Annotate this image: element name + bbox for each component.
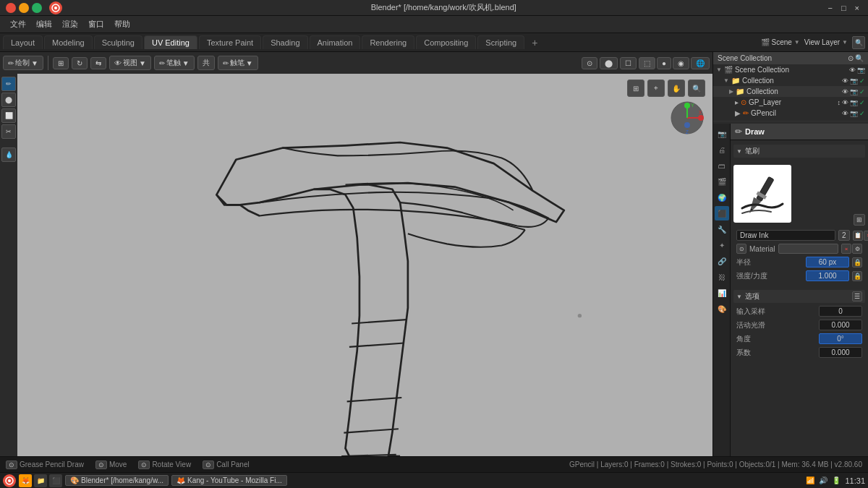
tab-compositing[interactable]: Compositing (416, 35, 476, 49)
outliner-item-collection2[interactable]: ▶ 📁 Collection 👁 📷 ✓ (713, 86, 868, 97)
render-btn[interactable]: 🌐 (691, 57, 710, 69)
coll1-eye-icon[interactable]: 👁 (842, 77, 848, 85)
object-props-icon[interactable]: ⬛ (715, 206, 729, 221)
options-section-toggle[interactable]: ▼ 选项 ☰ (733, 290, 865, 303)
minimize-button[interactable] (19, 3, 29, 13)
brush-save-btn[interactable]: 📋 (853, 231, 863, 241)
firefox-icon[interactable]: 🦊 (19, 474, 32, 487)
viewport-shading[interactable]: ⬤ (600, 57, 618, 69)
modifier-props-icon[interactable]: 🔧 (715, 222, 729, 236)
mode-selector[interactable]: ✏ 绘制 ▼ (3, 56, 43, 70)
stroke-button[interactable]: ✏ 笔触 ▼ (154, 56, 195, 70)
snap-button[interactable]: ⊞ (53, 57, 69, 69)
restore-icon[interactable]: □ (838, 4, 849, 12)
stylus-button[interactable]: ✏ 触笔 ▼ (218, 56, 258, 70)
gplayer-camera-icon[interactable]: 📷 (850, 99, 858, 106)
camera-icon[interactable]: 📷 (857, 67, 865, 74)
tab-animation[interactable]: Animation (310, 35, 361, 49)
tab-texture-paint[interactable]: Texture Paint (199, 35, 261, 49)
radius-lock-btn[interactable]: 🔒 (852, 257, 862, 267)
taskbar-browser-btn[interactable]: 🦊 Kang - YouTube - Mozilla Fi... (171, 475, 287, 486)
terminal-icon[interactable]: ⬛ (49, 474, 62, 487)
eyedropper-tool[interactable]: 💧 (1, 147, 16, 162)
menu-file[interactable]: 文件 (6, 17, 30, 31)
overlay-pie-button[interactable]: ⊙ (582, 57, 597, 69)
coll1-camera-icon[interactable]: 📷 (850, 77, 858, 85)
tab-sculpting[interactable]: Sculpting (94, 35, 142, 49)
search-button[interactable]: 🔍 (852, 36, 865, 49)
menu-render[interactable]: 渲染 (58, 17, 82, 31)
tab-shading[interactable]: Shading (263, 35, 307, 49)
share-button[interactable]: 共 (197, 56, 215, 70)
cut-tool[interactable]: ✂ (1, 124, 16, 139)
brush-preview[interactable] (733, 165, 791, 223)
zoom-nav-btn[interactable]: 🔍 (688, 80, 705, 97)
material-settings-btn[interactable]: ⚙ (852, 244, 862, 254)
brush-section-toggle[interactable]: ▼ 笔刷 (733, 145, 865, 158)
pan-nav-btn[interactable]: ✋ (668, 80, 685, 97)
view-button[interactable]: 👁 视图 ▼ (109, 56, 151, 70)
axis-widget[interactable]: X Y Z (669, 100, 705, 136)
coll2-camera-icon[interactable]: 📷 (850, 88, 858, 95)
rotate-button[interactable]: ↻ (72, 57, 88, 69)
outliner-item-gpencil[interactable]: ▶ ✏ GPencil 👁 📷 ✓ (713, 108, 868, 119)
material-selector[interactable] (778, 244, 838, 254)
render-props-icon[interactable]: 📷 (715, 127, 729, 141)
outliner-item-gplayer[interactable]: ▸ ⊙ GP_Layer ↕ 👁 📷 ✓ (713, 97, 868, 108)
minimize-icon[interactable]: − (825, 4, 835, 12)
tab-scripting[interactable]: Scripting (477, 35, 524, 49)
grid-nav-btn[interactable]: ⊞ (627, 80, 644, 97)
menu-help[interactable]: 帮助 (110, 17, 135, 31)
menu-edit[interactable]: 编辑 (32, 17, 56, 31)
output-props-icon[interactable]: 🖨 (715, 142, 729, 157)
draw-tool[interactable]: ✏ (1, 77, 16, 91)
scene-props-icon[interactable]: 🎬 (715, 174, 729, 189)
tab-rendering[interactable]: Rendering (362, 35, 414, 49)
material-delete-btn[interactable]: × (841, 244, 851, 254)
viewport[interactable]: ✏ 绘制 ▼ ⊞ ↻ ⇆ 👁 视图 ▼ ✏ 笔触 ▼ 共 ✏ (0, 52, 712, 456)
material-props-icon[interactable]: 🎨 (715, 301, 729, 316)
options-list-btn[interactable]: ☰ (852, 291, 862, 301)
material-btn[interactable]: ◉ (673, 57, 689, 69)
coll2-check-icon[interactable]: ✓ (859, 88, 865, 95)
physics-props-icon[interactable]: 🔗 (715, 254, 729, 268)
smooth-value[interactable]: 0.000 (819, 320, 862, 330)
gpencil-camera-icon[interactable]: 📷 (850, 110, 858, 117)
radius-value[interactable]: 60 px (806, 257, 849, 267)
strength-lock-btn[interactable]: 🔒 (852, 271, 862, 281)
close-button[interactable] (6, 3, 16, 13)
world-props-icon[interactable]: 🌍 (715, 190, 729, 205)
brush-number[interactable]: 2 (838, 230, 850, 241)
particles-props-icon[interactable]: ✦ (715, 238, 729, 252)
view-layer-props-icon[interactable]: 🗃 (715, 158, 729, 173)
data-props-icon[interactable]: 📊 (715, 286, 729, 300)
brush-settings-btn[interactable]: ⊞ (854, 214, 865, 226)
add-workspace-button[interactable]: + (526, 35, 543, 50)
menu-window[interactable]: 窗口 (84, 17, 109, 31)
brush-name-input[interactable] (736, 230, 835, 241)
coll1-check-icon[interactable]: ✓ (859, 77, 865, 85)
material-toggle[interactable]: ⊙ (736, 244, 746, 254)
scene-selector[interactable]: 🎬 Scene ▼ (761, 38, 800, 46)
wireframe-btn[interactable]: ⬚ (639, 57, 655, 69)
mirror-button[interactable]: ⇆ (90, 57, 106, 69)
orbit-nav-btn[interactable]: ⌖ (647, 80, 665, 97)
window-controls[interactable] (6, 1, 62, 14)
taskbar-blender-btn[interactable]: 🎨 Blender* [/home/kang/w... (65, 475, 169, 486)
tab-uv-editing[interactable]: UV Editing (144, 35, 197, 49)
gplayer-check-icon[interactable]: ✓ (859, 99, 865, 106)
solid-btn[interactable]: ● (657, 57, 671, 69)
constraints-props-icon[interactable]: ⛓ (715, 270, 729, 284)
erase-tool[interactable]: ⬜ (1, 108, 16, 123)
tab-modeling[interactable]: Modeling (44, 35, 93, 49)
outliner-search-icon[interactable]: 🔍 (855, 54, 864, 62)
coll2-eye-icon[interactable]: 👁 (842, 88, 848, 95)
gplayer-arrows-icon[interactable]: ↕ (838, 99, 841, 106)
eye-icon[interactable]: 👁 (849, 67, 856, 74)
input-samples-value[interactable]: 0 (819, 306, 862, 317)
window-right-controls[interactable]: − □ × (825, 4, 862, 12)
factor-value[interactable]: 0.000 (819, 347, 862, 358)
xray-toggle[interactable]: ☐ (620, 57, 637, 69)
angle-value[interactable]: 0° (819, 333, 862, 344)
files-icon[interactable]: 📁 (34, 474, 47, 487)
